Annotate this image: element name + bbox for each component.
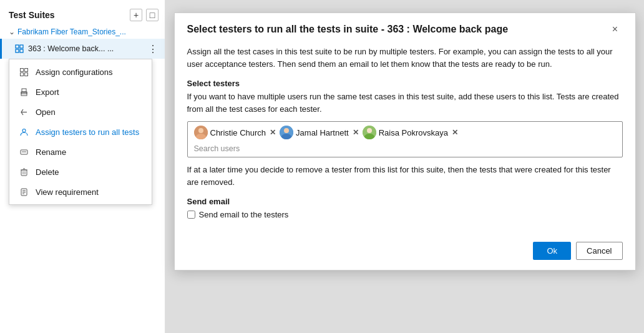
dialog-titlebar: Select testers to run all the tests in s… [175, 13, 635, 43]
select-testers-heading: Select testers [187, 79, 623, 88]
avatar-jh [280, 126, 293, 139]
select-testers-subtext: If you want to have multiple users run t… [187, 91, 623, 115]
svg-point-11 [22, 129, 26, 132]
svg-rect-7 [24, 72, 27, 76]
dialog-footer: Ok Cancel [175, 232, 635, 270]
avatar-cc [194, 126, 208, 139]
cancel-button[interactable]: Cancel [576, 242, 622, 260]
info-text: If at a later time you decide to remove … [187, 164, 623, 188]
menu-label-assign-configurations: Assign configurations [36, 67, 113, 77]
grid-icon [18, 66, 29, 77]
svg-rect-9 [22, 89, 26, 92]
ok-button[interactable]: Ok [533, 242, 571, 260]
tester-name-jh: Jamal Hartnett [296, 128, 349, 137]
tester-chip-cc: Christie Church ✕ [194, 126, 276, 139]
tester-name-cc: Christie Church [210, 128, 266, 137]
svg-rect-14 [21, 170, 27, 176]
menu-label-view-requirement: View requirement [36, 187, 99, 197]
dialog-title: Select testers to run all the tests in s… [187, 24, 509, 35]
tester-chip-jh: Jamal Hartnett ✕ [280, 126, 359, 139]
svg-point-28 [367, 128, 372, 133]
person-icon [18, 126, 29, 137]
dialog-close-button[interactable]: × [608, 22, 623, 37]
menu-item-assign-testers[interactable]: Assign testers to run all tests [9, 122, 152, 142]
select-testers-section: Select testers If you want to have multi… [187, 79, 623, 188]
menu-item-view-requirement[interactable]: View requirement [9, 182, 152, 202]
context-menu: Assign configurations Export Open Assign… [9, 59, 152, 205]
menu-label-assign-testers: Assign testers to run all tests [36, 127, 139, 137]
svg-rect-1 [20, 45, 23, 48]
open-icon [18, 106, 29, 117]
dialog: Select testers to run all the tests in s… [174, 12, 636, 271]
dialog-body: Assign all the test cases in this test s… [175, 43, 635, 232]
chevron-icon: ⌄ [9, 27, 15, 36]
tester-remove-rp[interactable]: ✕ [452, 128, 458, 137]
svg-rect-5 [24, 68, 27, 71]
svg-rect-2 [16, 49, 19, 52]
main-area: Select testers to run all the tests in s… [165, 0, 644, 333]
svg-point-24 [198, 128, 203, 133]
search-users-placeholder[interactable]: Search users [194, 143, 616, 153]
trash-icon [18, 166, 29, 177]
tester-remove-cc[interactable]: ✕ [270, 128, 276, 137]
team-label: Fabrikam Fiber Team_Stories_... [17, 27, 126, 36]
suite-item[interactable]: 363 : Welcome back... ... ⋮ [0, 39, 165, 59]
menu-label-export: Export [36, 87, 59, 97]
menu-item-delete[interactable]: Delete [9, 162, 152, 182]
doc-icon [18, 186, 29, 197]
collapse-icon[interactable]: □ [146, 9, 159, 21]
sidebar-header: Test Suites + □ [0, 5, 165, 25]
menu-label-open: Open [36, 107, 56, 117]
team-row[interactable]: ⌄ Fabrikam Fiber Team_Stories_... [0, 25, 165, 39]
sidebar-title: Test Suites [9, 10, 55, 20]
send-email-label[interactable]: Send email to the testers [199, 210, 289, 219]
svg-rect-3 [20, 49, 23, 52]
tester-name-rp: Raisa Pokrovskaya [379, 128, 448, 137]
tester-remove-jh[interactable]: ✕ [353, 128, 359, 137]
sidebar-header-icons: + □ [130, 9, 159, 21]
svg-rect-0 [16, 45, 19, 48]
svg-rect-6 [20, 72, 23, 76]
tester-chip-rp: Raisa Pokrovskaya ✕ [363, 126, 458, 139]
menu-item-assign-configurations[interactable]: Assign configurations [9, 62, 152, 82]
tester-input-box[interactable]: Christie Church ✕ Jamal Hartnett [187, 121, 623, 157]
menu-item-export[interactable]: Export [9, 82, 152, 102]
print-icon [18, 86, 29, 97]
sidebar: Test Suites + □ ⌄ Fabrikam Fiber Team_St… [0, 0, 165, 333]
dialog-description: Assign all the test cases in this test s… [187, 46, 623, 70]
suite-item-icon [14, 44, 24, 54]
send-email-checkbox-row: Send email to the testers [187, 210, 623, 219]
menu-item-open[interactable]: Open [9, 102, 152, 122]
menu-label-rename: Rename [36, 147, 66, 157]
suite-item-more-button[interactable]: ⋮ [146, 42, 160, 56]
svg-point-26 [284, 128, 289, 133]
avatar-rp [363, 126, 376, 139]
send-email-section: Send email Send email to the testers [187, 197, 623, 219]
rename-icon [18, 146, 29, 157]
svg-rect-4 [20, 68, 23, 71]
add-suite-icon[interactable]: + [130, 9, 142, 21]
suite-item-label: 363 : Welcome back... ... [28, 44, 146, 53]
send-email-heading: Send email [187, 197, 623, 206]
send-email-checkbox[interactable] [187, 211, 195, 219]
menu-item-rename[interactable]: Rename [9, 142, 152, 162]
menu-label-delete: Delete [36, 167, 59, 177]
